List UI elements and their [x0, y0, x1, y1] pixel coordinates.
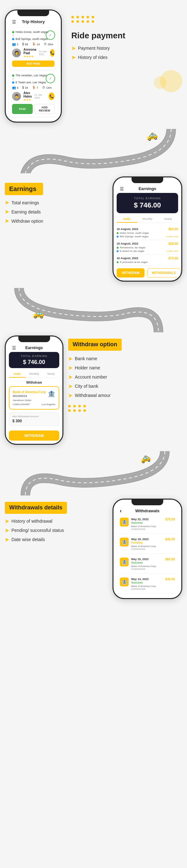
withdraw-total-label: TOTAL EARNING — [11, 354, 57, 358]
tab-yearly[interactable]: Yearly — [158, 216, 178, 223]
dots-decoration-1 — [71, 16, 182, 23]
route-to-dot-1 — [117, 236, 119, 238]
seats-icon-2: 🪑 — [32, 86, 36, 89]
back-icon-withdrawals[interactable]: ‹ — [120, 507, 122, 514]
arrow-withdraw-3: ➤ — [68, 374, 72, 380]
stat-seats: 🪑 14 — [32, 42, 40, 46]
withdrawal-date-4: May 14, 2022 — [131, 578, 149, 581]
earning-type-2: credit card — [166, 250, 178, 252]
withdrawal-amount-3: $60.00 — [165, 558, 175, 561]
phone-title-trip: Trip History — [22, 19, 45, 24]
trip-actions-2: PAID ADD REVIEW — [12, 104, 55, 114]
arrow-earnings-1: ➤ — [5, 199, 9, 206]
bank-number: 091000019 — [13, 394, 46, 398]
withdrawal-bank-4: Bank of America Corp — [131, 585, 175, 588]
amount-label: Add Withdawal Amount — [12, 415, 56, 418]
call-button-1[interactable]: 📞 — [50, 49, 55, 57]
driver-name-2: Alex Hales — [24, 91, 32, 98]
route-to-dot-2 — [117, 250, 119, 252]
completed-badge-1: ✓ — [45, 30, 55, 40]
stat-seats-2: 🪑 7 — [32, 86, 38, 89]
ride-payment-label: Ride payment ➤ Payment history ➤ History… — [68, 28, 182, 67]
trip-stats-1: 👥 2 $ 68 🪑 14 ⏱ 26m — [12, 42, 55, 46]
withdraw-total-card: TOTAL EARNING $ 746.00 — [9, 352, 59, 368]
withdraw-tab-daily[interactable]: Daily — [9, 371, 26, 378]
road-svg-1: 🚕 — [0, 129, 187, 173]
driver-stars-2: ★★★ — [24, 98, 32, 101]
withdrawals-left-text: Withdrawals details ➤ History of withdra… — [5, 499, 67, 599]
call-button-2[interactable]: 📞 — [49, 93, 55, 100]
road-svg-3: 🚕 — [0, 451, 187, 495]
hamburger-icon[interactable]: ☰ — [12, 19, 16, 24]
withdrawals-phone-title: Withdrawals — [135, 508, 159, 513]
driver-avatar-2: 👨 — [12, 92, 21, 101]
withdrawal-item-4: 🏦 May 14, 2022 $30.00 Success Bank of Am… — [117, 575, 178, 593]
road-section-1: 🚕 — [0, 129, 187, 173]
withdrawal-acct-1: 0285506098 — [131, 528, 175, 531]
paid-button[interactable]: PAID — [12, 104, 33, 114]
withdrawals-details-banner: Withdrawals details — [5, 502, 67, 514]
driver-info-1: Anreona Paal ★★★★ — [24, 48, 36, 58]
ride-feature-2: ➤ History of rides — [71, 55, 179, 61]
completed-badge-2: ✓ — [45, 74, 55, 83]
hamburger-icon-earnings[interactable]: ☰ — [120, 186, 124, 191]
arrow-withdrawals-2: ➤ — [5, 527, 9, 533]
withdraw-phone-title: Earnings — [25, 345, 43, 350]
circle-decoration — [68, 70, 182, 95]
price-icon-2: $ — [22, 86, 24, 89]
earning-date-3: 16 August, 2022 — [117, 257, 138, 260]
big-withdraw-button[interactable]: WITHDRAW — [9, 431, 59, 441]
location-line-2 — [13, 78, 13, 80]
withdrawals-feature-2: ➤ Pending/ successful status — [5, 527, 67, 533]
stat-price: $ 68 — [22, 42, 28, 46]
driver-date-2: 21 Jan, 2021 — [35, 93, 46, 99]
withdraw-tab-monthly[interactable]: Monthly — [26, 371, 42, 378]
bank-name: Bank of America Corp — [13, 390, 46, 394]
stat-time-2: ⏱ 14m — [42, 86, 52, 89]
withdrawal-bank-2: Bank of America Corp — [131, 545, 175, 548]
withdrawal-info-2: May 18, 2022 $40.00 Pending Bank of Amer… — [131, 537, 175, 551]
withdraw-feature-2: ➤ Holder name — [68, 365, 182, 371]
phone-notch-withdraw — [19, 336, 50, 342]
svg-text:🚕: 🚕 — [145, 129, 159, 142]
not-paid-button[interactable]: NOT PAID — [12, 61, 55, 67]
time-icon-2: ⏱ — [42, 86, 45, 89]
withdrawal-icon-3: 🏦 — [120, 558, 129, 566]
phone-earnings: ☰ Earnings TOTAL EARNING $ 746.00 Daily … — [113, 177, 182, 282]
withdrawal-acct-3: 0285506098 — [131, 568, 175, 570]
arrow-withdraw-4: ➤ — [68, 383, 72, 389]
withdraw-button-earnings[interactable]: WITHDRAW — [117, 268, 145, 278]
arrow-withdrawals-1: ➤ — [5, 518, 9, 524]
driver-name-1: Anreona Paal — [24, 48, 36, 55]
amount-input-group[interactable]: Add Withdawal Amount $ 300 — [9, 412, 59, 426]
tab-daily[interactable]: Daily — [117, 216, 137, 223]
withdrawals-button-earnings[interactable]: WITHDRAWALS — [147, 268, 181, 278]
tab-monthly[interactable]: Monthly — [137, 216, 158, 223]
passengers-icon: 👥 — [12, 42, 16, 46]
total-earning-card: TOTAL EARNING $ 746.00 — [117, 193, 178, 213]
withdraw-feature-5: ➤ Withdrawal amour — [68, 393, 182, 399]
withdraw-feature-1: ➤ Bank name — [68, 356, 182, 362]
withdraw-total-amount: $ 746.00 — [11, 359, 57, 366]
earning-amount-1: $54.00 — [168, 227, 178, 231]
arrow-earnings-3: ➤ — [5, 218, 9, 224]
withdrawal-amount-1: $70.00 — [165, 518, 175, 521]
withdrawals-feature-3: ➤ Date wise details — [5, 537, 67, 542]
hamburger-icon-withdraw[interactable]: ☰ — [12, 345, 16, 350]
arrow-withdraw-2: ➤ — [68, 365, 72, 371]
location-line — [13, 34, 13, 37]
trip-driver-2: 👨 Alex Hales ★★★ 21 Jan, 2021 📞 — [12, 91, 55, 101]
earnings-feature-3: ➤ Withdraw option — [5, 218, 43, 224]
arrow-withdraw-5: ➤ — [68, 393, 72, 399]
withdrawals-phone-col: ‹ Withdrawals 🏦 May 22, 2022 $70.00 Succ… — [70, 499, 182, 599]
bank-city: Los Angeles — [41, 403, 56, 406]
section-ride-payment: ☰ Trip History ✓ Holes Grove, south vega… — [0, 0, 187, 129]
bank-details: Janvikson Goller — [13, 399, 56, 402]
location-dot-blue — [12, 38, 14, 40]
location-dot-green — [12, 31, 14, 33]
add-review-button[interactable]: ADD REVIEW — [35, 104, 55, 114]
withdraw-tab-yearly[interactable]: Yearly — [42, 371, 59, 378]
withdrawal-info-4: May 14, 2022 $30.00 Success Bank of Amer… — [131, 578, 175, 590]
arrow-earnings-2: ➤ — [5, 209, 9, 215]
withdrawal-info-3: May 15, 2022 $60.00 Success Bank of Amer… — [131, 558, 175, 570]
